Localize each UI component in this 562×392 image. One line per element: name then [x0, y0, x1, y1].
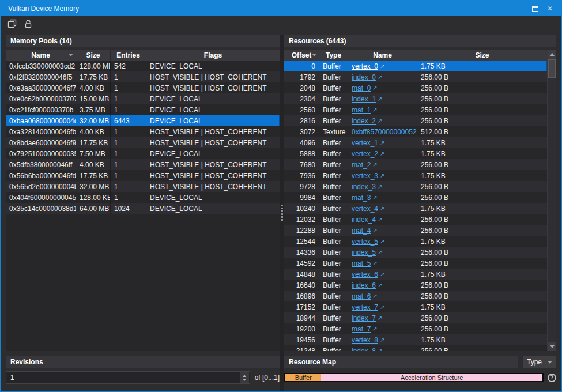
resource-row[interactable]: 14592Buffermat_5↗256.00 B [284, 258, 547, 269]
memory-pool-row[interactable]: 0x565d2e000000004b32.00 MB1HOST_VISIBLE … [6, 181, 280, 192]
goto-resource-icon[interactable]: ↗ [378, 348, 382, 351]
goto-resource-icon[interactable]: ↗ [372, 227, 377, 233]
resource-row[interactable]: 12544Buffervertex_5↗1.75 KB [284, 236, 547, 247]
goto-resource-icon[interactable]: ↗ [380, 63, 384, 69]
goto-resource-icon[interactable]: ↗ [378, 118, 382, 124]
scroll-up-button[interactable] [548, 50, 556, 59]
resource-row[interactable]: 14336Bufferindex_5↗256.00 B [284, 247, 547, 258]
resource-link[interactable]: vertex_8 [352, 336, 378, 344]
help-button[interactable]: ? [548, 374, 556, 382]
resource-row[interactable]: 14848Buffervertex_6↗1.75 KB [284, 269, 547, 280]
resource-link[interactable]: vertex_1 [352, 139, 378, 147]
resource-row[interactable]: 16896Buffermat_6↗256.00 B [284, 291, 547, 301]
resource-link[interactable]: vertex_5 [352, 238, 378, 246]
scroll-down-button[interactable] [548, 342, 556, 351]
column-header-name[interactable]: Name [6, 50, 76, 61]
resource-row[interactable]: 19456Buffervertex_8↗1.75 KB [284, 334, 547, 345]
duplicate-window-button[interactable] [7, 18, 17, 29]
memory-pool-row[interactable]: 0xfccb330000003cd2128.00 MB542DEVICE_LOC… [6, 61, 280, 71]
resource-link[interactable]: mat_6 [352, 292, 371, 300]
memory-pool-row[interactable]: 0xe0c62b000000370715.00 MB1DEVICE_LOCAL [6, 93, 280, 104]
resource-row[interactable]: 2816Bufferindex_2↗256.00 B [284, 115, 547, 126]
resource-link[interactable]: vertex_0 [352, 62, 378, 70]
memory-pool-row[interactable]: 0x56b6ba00000046fd17.75 KB1HOST_VISIBLE … [6, 170, 280, 181]
goto-resource-icon[interactable]: ↗ [380, 172, 384, 179]
resource-link[interactable]: mat_2 [352, 161, 371, 169]
column-header-size[interactable]: Size [76, 50, 111, 61]
scrollbar-track[interactable] [548, 78, 556, 342]
resource-row[interactable]: 3072Texture0xbff8570000000052↗512.00 B [284, 126, 547, 137]
resource-row[interactable]: 9728Bufferindex_3↗256.00 B [284, 181, 547, 192]
resource-row[interactable]: 2560Buffermat_1↗256.00 B [284, 104, 547, 115]
goto-resource-icon[interactable]: ↗ [378, 74, 382, 80]
goto-resource-icon[interactable]: ↗ [378, 183, 382, 190]
resource-row[interactable]: 16640Bufferindex_6↗256.00 B [284, 280, 547, 291]
revision-spinbox[interactable]: 1 [6, 371, 250, 384]
goto-resource-icon[interactable]: ↗ [372, 194, 377, 201]
resource-map-bar[interactable]: BufferAcceleration Structure [284, 373, 544, 382]
goto-resource-icon[interactable]: ↗ [378, 216, 382, 223]
goto-resource-icon[interactable]: ↗ [372, 107, 377, 113]
memory-pool-row[interactable]: 0xc21fcf000000370b3.75 MB1DEVICE_LOCAL [6, 104, 280, 115]
goto-resource-icon[interactable]: ↗ [380, 271, 384, 277]
memory-pool-row[interactable]: 0xf2f83200000046f517.75 KB1HOST_VISIBLE … [6, 71, 280, 82]
goto-resource-icon[interactable]: ↗ [372, 85, 377, 91]
resource-row[interactable]: 9984Buffermat_3↗256.00 B [284, 192, 547, 203]
scrollbar-thumb[interactable] [548, 59, 556, 78]
resource-link[interactable]: vertex_3 [352, 172, 378, 180]
resource-link[interactable]: mat_0 [352, 84, 371, 92]
goto-resource-icon[interactable]: ↗ [380, 150, 384, 157]
resource-link[interactable]: index_1 [352, 95, 376, 103]
goto-resource-icon[interactable]: ↗ [372, 260, 377, 266]
memory-pool-row[interactable]: 0x5dfb3800000046ff4.00 KB1HOST_VISIBLE |… [6, 159, 280, 170]
goto-resource-icon[interactable]: ↗ [380, 238, 384, 244]
resource-row[interactable]: 4096Buffervertex_1↗1.75 KB [284, 137, 547, 148]
restore-window-button[interactable] [527, 3, 542, 14]
goto-resource-icon[interactable]: ↗ [372, 326, 377, 332]
resource-link[interactable]: mat_4 [352, 227, 371, 235]
resource-link[interactable]: index_8 [352, 347, 376, 352]
resource-map-segment[interactable]: Buffer [285, 374, 321, 381]
resource-row[interactable]: 5888Buffervertex_2↗1.75 KB [284, 148, 547, 159]
resource-row[interactable]: 18944Bufferindex_7↗256.00 B [284, 312, 547, 323]
resource-link[interactable]: mat_1 [352, 106, 371, 114]
goto-resource-icon[interactable]: ↗ [372, 161, 377, 168]
vertical-scrollbar[interactable] [547, 50, 556, 351]
resource-link[interactable]: index_7 [352, 314, 376, 322]
resource-row[interactable]: 2304Bufferindex_1↗256.00 B [284, 93, 547, 104]
revision-value[interactable]: 1 [7, 374, 240, 382]
resource-link[interactable]: index_5 [352, 248, 376, 257]
resource-link[interactable]: mat_3 [352, 194, 371, 202]
resource-row[interactable]: 21248Bufferindex_8↗256.00 B [284, 345, 547, 351]
memory-pool-row[interactable]: 0xe3aa3000000046f74.00 KB1HOST_VISIBLE |… [6, 82, 280, 93]
memory-pool-row[interactable]: 0x35c14c00000038d164.00 MB1024DEVICE_LOC… [6, 203, 280, 214]
memory-pool-row[interactable]: 0x79251000000000357.50 MB1DEVICE_LOCAL [6, 148, 280, 159]
resource-row[interactable]: 12032Bufferindex_4↗256.00 B [284, 214, 547, 225]
close-window-button[interactable]: ✕ [542, 3, 557, 14]
resource-link[interactable]: index_4 [352, 216, 376, 224]
resource-map-mode-dropdown[interactable]: Type [523, 356, 556, 368]
resource-link[interactable]: vertex_4 [352, 205, 378, 213]
resource-row[interactable]: 10240Buffervertex_4↗1.75 KB [284, 203, 547, 214]
resource-row[interactable]: 7936Buffervertex_3↗1.75 KB [284, 170, 547, 181]
resource-link[interactable]: vertex_6 [352, 270, 378, 278]
goto-resource-icon[interactable]: ↗ [380, 205, 384, 212]
resource-map-segment[interactable]: Acceleration Structure [321, 374, 542, 381]
goto-resource-icon[interactable]: ↗ [378, 315, 382, 321]
column-header-offset[interactable]: Offset [284, 50, 319, 61]
resource-row[interactable]: 17152Buffervertex_7↗1.75 KB [284, 301, 547, 312]
resource-link[interactable]: index_2 [352, 117, 376, 125]
goto-resource-icon[interactable]: ↗ [380, 140, 384, 146]
memory-pool-row[interactable]: 0xbaa068000000004d32.00 MB6443DEVICE_LOC… [6, 115, 280, 126]
column-header-entries[interactable]: Entries [111, 50, 146, 61]
title-bar[interactable]: Vulkan Device Memory ✕ [1, 1, 561, 16]
goto-resource-icon[interactable]: ↗ [380, 304, 384, 310]
resource-link[interactable]: mat_7 [352, 325, 371, 333]
memory-pool-row[interactable]: 0x404f600000000045128.00 KB1DEVICE_LOCAL [6, 192, 280, 203]
goto-resource-icon[interactable]: ↗ [378, 96, 382, 102]
resource-link[interactable]: 0xbff8570000000052 [352, 128, 417, 136]
column-header-name[interactable]: Name [348, 50, 417, 61]
goto-resource-icon[interactable]: ↗ [372, 293, 377, 299]
goto-resource-icon[interactable]: ↗ [380, 337, 384, 343]
revision-stepper[interactable] [240, 372, 249, 383]
